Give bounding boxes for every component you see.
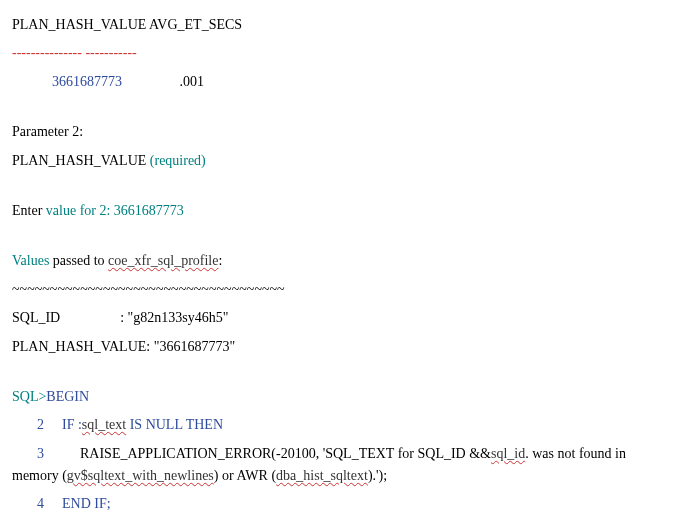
isnull-keyword: IS NULL THEN — [126, 417, 223, 432]
phv-name: PLAN_HASH_VALUE — [12, 153, 146, 168]
code-line-4: 4END IF; — [12, 493, 674, 515]
parameter2-label: Parameter 2: — [12, 121, 674, 143]
endif-keyword: END IF; — [62, 496, 111, 511]
if-keyword: IF : — [62, 417, 82, 432]
et-secs: .001 — [126, 74, 205, 89]
begin-keyword: BEGIN — [46, 389, 89, 404]
line-number: 4 — [24, 493, 44, 515]
error-end: ).'); — [368, 468, 387, 483]
or-awr: ) or AWR ( — [214, 468, 276, 483]
divider: --------------- ----------- — [12, 42, 674, 64]
sql-prompt: SQL> — [12, 389, 46, 404]
sqlid-value: : "g82n133sy46h5" — [60, 310, 228, 325]
hash-value: 3661687773 — [12, 74, 122, 89]
required-tag: (required) — [146, 153, 205, 168]
code-line-2: 2IF :sql_text IS NULL THEN — [12, 414, 674, 436]
tilde-divider: ~~~~~~~~~~~~~~~~~~~~~~~~~~~~~~~~~~~~ — [12, 279, 674, 301]
values-passed-line: Values passed to coe_xfr_sql_profile: — [12, 250, 674, 272]
gvsqltext: gv$sqltext_with_newlines — [67, 468, 214, 483]
code-line-1: SQL>BEGIN — [12, 386, 674, 408]
dbahist: dba_hist_sqltext — [276, 468, 368, 483]
code-line-3: 3RAISE_APPLICATION_ERROR(-20100, 'SQL_TE… — [12, 443, 674, 488]
table-header: PLAN_HASH_VALUE AVG_ET_SECS — [12, 14, 674, 36]
parameter2-field: PLAN_HASH_VALUE (required) — [12, 150, 674, 172]
line-number: 3 — [24, 443, 44, 465]
sqlid-label: SQL_ID — [12, 310, 60, 325]
sqlid-line: SQL_ID: "g82n133sy46h5" — [12, 307, 674, 329]
passed-to: passed to — [49, 253, 108, 268]
raise-error: RAISE_APPLICATION_ERROR(-20100, 'SQL_TEX… — [62, 446, 491, 461]
values-word: Values — [12, 253, 49, 268]
phv-line: PLAN_HASH_VALUE: "3661687773" — [12, 336, 674, 358]
colon: : — [218, 253, 222, 268]
profile-name: coe_xfr_sql_profile — [108, 253, 218, 268]
enter-value: value for 2: 3661687773 — [46, 203, 184, 218]
enter-prefix: Enter — [12, 203, 46, 218]
line-number: 2 — [24, 414, 44, 436]
enter-value-line: Enter value for 2: 3661687773 — [12, 200, 674, 222]
data-row: 3661687773 .001 — [12, 71, 674, 93]
sqlid-var: sql_id — [491, 446, 525, 461]
sqltext-var: sql_text — [82, 417, 126, 432]
